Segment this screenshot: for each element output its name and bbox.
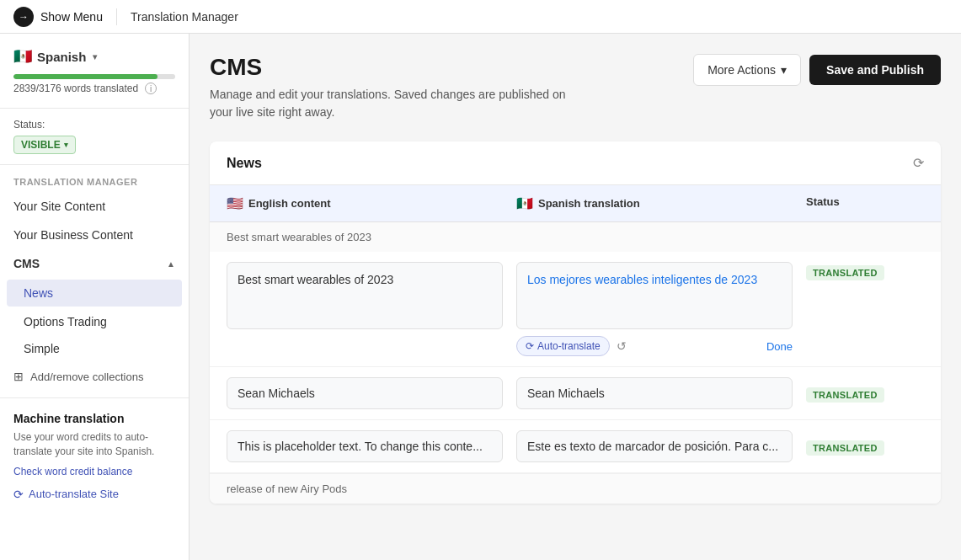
- more-actions-button[interactable]: More Actions ▾: [693, 54, 801, 86]
- status-col-placeholder: TRANSLATED: [806, 437, 924, 456]
- col-spanish-header: 🇲🇽 Spanish translation: [516, 195, 793, 211]
- english-flag: 🇺🇸: [227, 195, 243, 211]
- auto-translate-chip-label: Auto-translate: [537, 340, 601, 352]
- progress-bar-fill: [13, 74, 157, 79]
- machine-translation-section: Machine translation Use your word credit…: [0, 397, 189, 515]
- machine-translation-title: Machine translation: [13, 412, 175, 425]
- check-credits-link[interactable]: Check word credit balance: [13, 466, 175, 477]
- page-subtitle: Manage and edit your translations. Saved…: [210, 86, 566, 121]
- language-section: 🇲🇽 Spanish ▾ 2839/3176 words translated …: [0, 34, 189, 109]
- english-cell-wearables[interactable]: Best smart wearables of 2023: [227, 262, 503, 329]
- col-english-header: 🇺🇸 English content: [227, 195, 503, 211]
- show-menu-icon: →: [13, 7, 34, 27]
- spanish-cell-placeholder[interactable]: Este es texto de marcador de posición. P…: [516, 430, 793, 462]
- news-section-card: News ⟳ 🇺🇸 English content 🇲🇽 Spanish tra…: [210, 141, 941, 504]
- add-collections-label: Add/remove collections: [30, 371, 143, 383]
- page-header: CMS Manage and edit your translations. S…: [210, 54, 941, 121]
- show-menu-label: Show Menu: [40, 10, 103, 24]
- language-selector[interactable]: 🇲🇽 Spanish ▾: [13, 47, 175, 66]
- add-collections-button[interactable]: ⊞ Add/remove collections: [0, 362, 189, 391]
- main-content: CMS Manage and edit your translations. S…: [190, 34, 961, 560]
- progress-bar-container: 2839/3176 words translated i: [13, 74, 175, 94]
- spanish-cell-wearables: Los mejores wearables inteligentes de 20…: [516, 262, 793, 356]
- cms-label: CMS: [13, 257, 40, 270]
- sidebar: 🇲🇽 Spanish ▾ 2839/3176 words translated …: [0, 34, 190, 560]
- status-badge-placeholder: TRANSLATED: [806, 440, 884, 456]
- sidebar-sub-item-options-trading[interactable]: Options Trading: [0, 308, 189, 335]
- auto-translate-site-label: Auto-translate Site: [29, 488, 119, 500]
- page-title: CMS: [210, 54, 566, 81]
- status-badge-wearables: TRANSLATED: [806, 265, 884, 280]
- sidebar-sub-item-news[interactable]: News: [7, 280, 182, 307]
- col-status-header: Status: [806, 195, 924, 211]
- col-english-label: English content: [248, 197, 331, 210]
- refresh-button[interactable]: ⟳: [913, 155, 924, 171]
- machine-translation-description: Use your word credits to auto-translate …: [13, 430, 175, 459]
- add-icon: ⊞: [13, 370, 24, 383]
- auto-translate-icon: ⟳: [13, 488, 24, 501]
- status-badge-chevron-icon: ▾: [64, 141, 68, 149]
- table-row: Sean Michaels Sean Michaels TRANSLATED: [210, 367, 941, 420]
- spanish-cell-sean[interactable]: Sean Michaels: [516, 377, 793, 409]
- progress-bar-track: [13, 74, 175, 79]
- table-row: Best smart wearables of 2023 Best smart …: [210, 222, 941, 367]
- page-title-section: CMS Manage and edit your translations. S…: [210, 54, 566, 121]
- progress-text: 2839/3176 words translated: [13, 83, 138, 94]
- status-section: Status: VISIBLE ▾: [0, 109, 189, 165]
- sidebar-item-site-content[interactable]: Your Site Content: [0, 192, 189, 221]
- table-row: This is placeholder text. To change this…: [210, 420, 941, 473]
- info-icon[interactable]: i: [145, 83, 157, 94]
- status-badge[interactable]: VISIBLE ▾: [13, 136, 76, 154]
- cms-chevron-icon: ▲: [167, 259, 175, 269]
- done-link[interactable]: Done: [766, 340, 793, 353]
- table-header: 🇺🇸 English content 🇲🇽 Spanish translatio…: [210, 185, 941, 222]
- main-layout: 🇲🇽 Spanish ▾ 2839/3176 words translated …: [0, 34, 961, 560]
- header-title: Translation Manager: [131, 10, 238, 24]
- more-actions-chevron-icon: ▾: [781, 63, 787, 77]
- show-menu-button[interactable]: → Show Menu: [13, 7, 103, 27]
- sidebar-sub-item-simple[interactable]: Simple: [0, 335, 189, 362]
- row-label-airy: release of new Airy Pods: [210, 473, 941, 504]
- auto-translate-chip[interactable]: ⟳ Auto-translate: [516, 336, 610, 356]
- cms-accordion-header[interactable]: CMS ▲: [0, 249, 189, 278]
- refresh-small-button[interactable]: ↺: [617, 339, 627, 353]
- spanish-input-wearables[interactable]: Los mejores wearables inteligentes de 20…: [516, 262, 793, 329]
- save-publish-button[interactable]: Save and Publish: [809, 55, 941, 85]
- section-card-header: News ⟳: [210, 141, 941, 185]
- sidebar-item-business-content[interactable]: Your Business Content: [0, 221, 189, 249]
- status-col-wearables: TRANSLATED: [806, 262, 924, 280]
- language-name: Spanish: [37, 50, 86, 64]
- auto-translate-chip-icon: ⟳: [526, 340, 534, 352]
- row-label-wearables: Best smart wearables of 2023: [210, 222, 941, 252]
- status-badge-sean: TRANSLATED: [806, 387, 884, 403]
- more-actions-label: More Actions: [707, 63, 776, 77]
- language-chevron-icon: ▾: [93, 52, 97, 61]
- language-flag: 🇲🇽: [13, 47, 32, 66]
- spanish-flag: 🇲🇽: [516, 195, 533, 211]
- status-col-sean: TRANSLATED: [806, 384, 924, 403]
- english-cell-placeholder[interactable]: This is placeholder text. To change this…: [227, 430, 503, 462]
- header-divider: [116, 8, 117, 25]
- top-header: → Show Menu Translation Manager: [0, 0, 961, 34]
- english-cell-sean[interactable]: Sean Michaels: [227, 377, 503, 409]
- progress-info-row: 2839/3176 words translated i: [13, 83, 175, 94]
- status-badge-text: VISIBLE: [21, 139, 61, 151]
- auto-translate-site-button[interactable]: ⟳ Auto-translate Site: [13, 488, 119, 501]
- page-actions: More Actions ▾ Save and Publish: [693, 54, 941, 86]
- section-card-title: News: [227, 156, 262, 171]
- cell-actions-wearables: ⟳ Auto-translate ↺ Done: [516, 336, 793, 356]
- sidebar-section-title: TRANSLATION MANAGER: [0, 165, 189, 192]
- col-spanish-label: Spanish translation: [538, 197, 640, 210]
- status-label: Status:: [13, 119, 175, 131]
- row-content-wearables: Best smart wearables of 2023 Los mejores…: [210, 252, 941, 366]
